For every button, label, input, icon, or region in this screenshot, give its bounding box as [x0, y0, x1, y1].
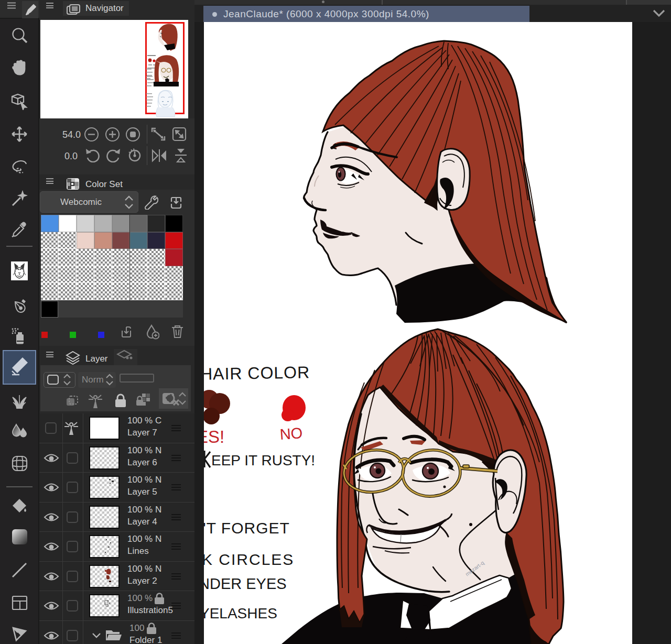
svg-text:EEP IT RUSTY!: EEP IT RUSTY! — [211, 452, 315, 468]
svg-text:HAIR COLOR: HAIR COLOR — [204, 363, 310, 384]
svg-text:YELASHES: YELASHES — [204, 605, 277, 621]
svg-text:NDER EYES: NDER EYES — [204, 575, 287, 592]
svg-text:K CIRCLES: K CIRCLES — [204, 551, 294, 568]
svg-text:ES!: ES! — [204, 427, 224, 446]
svg-text:NO: NO — [279, 424, 304, 443]
svg-text:'T FORGET: 'T FORGET — [204, 519, 290, 537]
